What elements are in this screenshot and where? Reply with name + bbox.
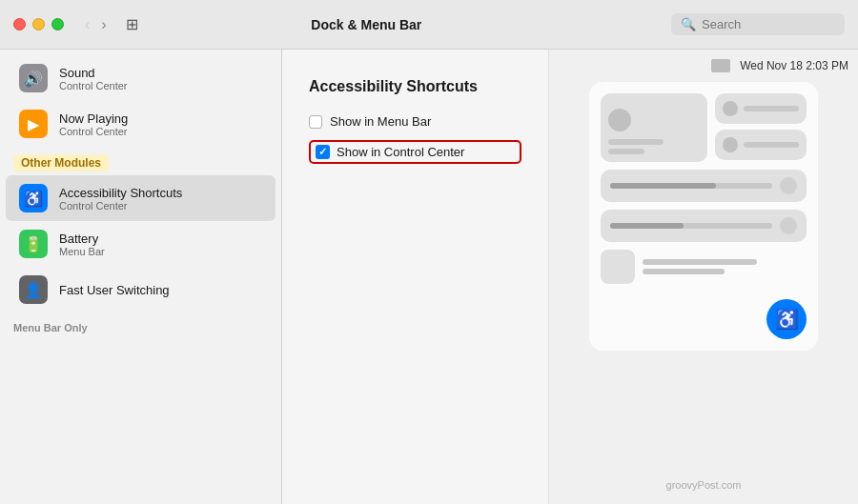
sidebar-item-now-playing[interactable]: ▶ Now Playing Control Center	[6, 101, 276, 147]
datetime-label: Wed Nov 18 2:03 PM	[740, 59, 848, 72]
cc-slider-track-1	[610, 183, 772, 189]
show-in-control-center-row: ✓ Show in Control Center	[309, 140, 521, 164]
battery-icon: 🔋	[19, 230, 48, 258]
cc-dot-2	[723, 137, 738, 152]
cc-card-left	[601, 93, 707, 162]
battery-title: Battery	[59, 232, 105, 246]
close-button[interactable]	[13, 18, 26, 30]
sidebar-item-battery[interactable]: 🔋 Battery Menu Bar	[6, 221, 276, 267]
cc-slider-fill-1	[610, 183, 716, 189]
settings-title: Accessibility Shortcuts	[309, 78, 521, 95]
cc-dot-1	[723, 101, 738, 116]
cc-small-card-2	[715, 130, 807, 160]
show-in-control-center-label: Show in Control Center	[337, 145, 464, 159]
cc-bottom-line-2	[643, 269, 725, 274]
sidebar: 🔊 Sound Control Center ▶ Now Playing Con…	[0, 50, 282, 504]
sidebar-item-fast-user-switching[interactable]: 👤 Fast User Switching	[6, 267, 276, 312]
fast-user-switching-title: Fast User Switching	[59, 283, 170, 297]
checkmark-icon: ✓	[318, 146, 327, 158]
cc-accessibility-button[interactable]: ♿	[766, 299, 807, 339]
cc-slider-knob-2	[780, 217, 797, 234]
cc-bottom-line-1	[643, 259, 757, 265]
control-center-mockup: ♿	[589, 82, 818, 351]
cc-accessibility-icon: ♿	[775, 308, 799, 331]
titlebar: ‹ › ⊞ Dock & Menu Bar 🔍	[0, 0, 858, 50]
preview-panel: Wed Nov 18 2:03 PM	[549, 50, 858, 504]
user-icon	[711, 59, 730, 72]
cc-line-2	[744, 142, 799, 148]
now-playing-subtitle: Control Center	[59, 126, 128, 137]
sidebar-item-sound[interactable]: 🔊 Sound Control Center	[6, 55, 276, 101]
show-in-menu-bar-checkbox[interactable]	[309, 115, 322, 129]
search-icon: 🔍	[681, 17, 696, 31]
search-box[interactable]: 🔍	[671, 13, 845, 35]
cc-right-col	[715, 93, 807, 162]
show-in-menu-bar-row: Show in Menu Bar	[309, 114, 521, 129]
cc-card-icon	[608, 109, 631, 131]
cc-slider-row-2	[601, 210, 807, 242]
fast-user-switching-icon: 👤	[19, 275, 48, 304]
now-playing-icon: ▶	[19, 110, 48, 138]
cc-slider-track-2	[610, 223, 772, 229]
window-title: Dock & Menu Bar	[73, 17, 660, 32]
other-modules-label: Other Modules	[13, 154, 109, 171]
accessibility-shortcuts-title: Accessibility Shortcuts	[59, 186, 182, 200]
maximize-button[interactable]	[51, 18, 64, 30]
traffic-lights	[13, 18, 64, 30]
accessibility-shortcuts-subtitle: Control Center	[59, 200, 182, 212]
settings-panel: Accessibility Shortcuts Show in Menu Bar…	[282, 50, 549, 504]
watermark-label: groovyPost.com	[666, 479, 742, 491]
cc-bottom-lines	[643, 259, 807, 274]
preview-header: Wed Nov 18 2:03 PM	[559, 59, 848, 72]
cc-small-square	[601, 250, 635, 284]
content-area: Accessibility Shortcuts Show in Menu Bar…	[282, 50, 858, 504]
sidebar-item-accessibility-shortcuts[interactable]: ♿ Accessibility Shortcuts Control Center	[6, 175, 276, 221]
show-in-menu-bar-label[interactable]: Show in Menu Bar	[330, 114, 431, 129]
now-playing-title: Now Playing	[59, 111, 128, 126]
cc-bottom-area	[601, 250, 807, 284]
menu-bar-only-label: Menu Bar Only	[0, 312, 281, 337]
cc-card-line-1	[608, 139, 664, 145]
cc-top-row	[601, 93, 807, 162]
main-layout: 🔊 Sound Control Center ▶ Now Playing Con…	[0, 50, 858, 504]
cc-card-line-2	[608, 149, 644, 154]
sound-icon: 🔊	[19, 64, 48, 92]
cc-slider-fill-2	[610, 223, 684, 229]
cc-small-card-1	[715, 93, 807, 124]
battery-subtitle: Menu Bar	[59, 246, 105, 257]
cc-slider-knob-1	[780, 177, 797, 194]
cc-slider-row-1	[601, 170, 807, 202]
minimize-button[interactable]	[32, 18, 45, 30]
sound-title: Sound	[59, 66, 128, 80]
cc-line-1	[744, 106, 799, 111]
search-input[interactable]	[702, 17, 835, 31]
sound-subtitle: Control Center	[59, 80, 128, 91]
accessibility-shortcuts-icon: ♿	[19, 184, 48, 212]
show-in-control-center-checkbox[interactable]: ✓	[316, 145, 330, 159]
